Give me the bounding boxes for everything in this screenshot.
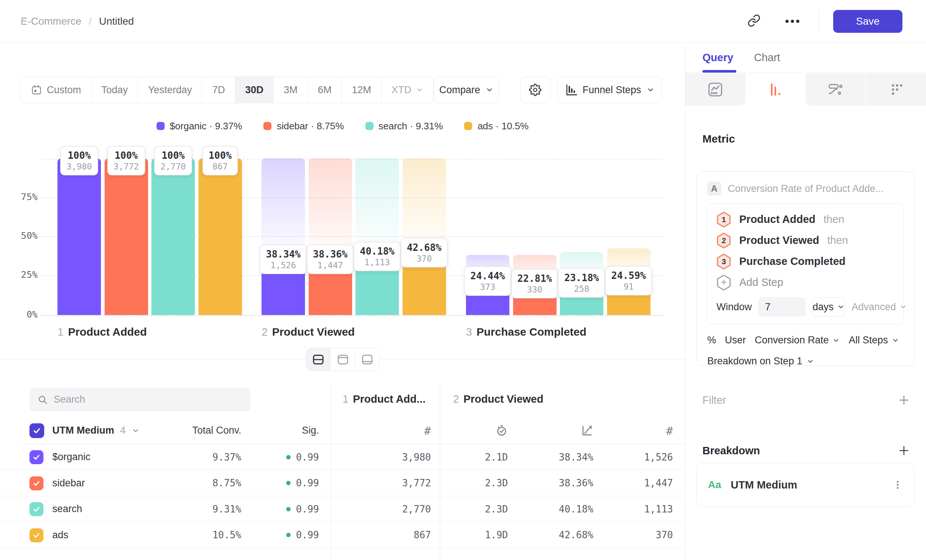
step-then-label: then xyxy=(824,213,844,226)
row-checkbox[interactable] xyxy=(29,450,44,464)
table-row-sidebar[interactable]: sidebar 8.75% 0.99 3,772 2.3D 38.36% 1,4… xyxy=(0,471,685,496)
table-row-ads[interactable]: ads 10.5% 0.99 867 1.9D 42.68% 370 xyxy=(0,522,685,548)
conversion-window-row: Window days Advanced xyxy=(716,297,895,316)
breakdown-on-label: Breakdown on Step 1 xyxy=(707,356,802,367)
bar-conversion-rate: 42.68% xyxy=(407,242,442,253)
save-button[interactable]: Save xyxy=(833,10,902,33)
kebab-menu-icon[interactable] xyxy=(892,479,903,490)
x-axis-step-label: 1 Product Added xyxy=(57,326,147,338)
series-badge: A xyxy=(707,182,721,196)
ellipsis-icon: ••• xyxy=(785,15,801,28)
column-avg-time-icon[interactable] xyxy=(495,417,508,444)
bar-$organic-step1[interactable] xyxy=(57,159,101,315)
insights-icon xyxy=(707,82,723,98)
add-breakdown-icon[interactable] xyxy=(898,445,910,457)
table-row-search[interactable]: search 9.31% 0.99 2,770 2.3D 40.18% 1,11… xyxy=(0,496,685,522)
breakdown-item[interactable]: Aa UTM Medium xyxy=(696,463,915,507)
layout-toggle-group xyxy=(306,348,380,371)
column-conv-rate-icon[interactable] xyxy=(581,417,593,444)
column-count-icon[interactable]: # xyxy=(666,417,673,444)
check-icon xyxy=(32,426,41,435)
entity-label[interactable]: User xyxy=(725,334,746,346)
tab-query[interactable]: Query xyxy=(702,43,733,73)
steps-scope-dropdown[interactable]: All Steps xyxy=(849,334,899,346)
check-icon xyxy=(32,453,41,461)
cell-step1-count: 3,772 xyxy=(402,471,431,496)
add-step-label: Add Step xyxy=(739,276,783,289)
layout-split-toggle[interactable] xyxy=(306,348,330,371)
advanced-toggle[interactable]: Advanced xyxy=(852,301,907,313)
tab-chart[interactable]: Chart xyxy=(754,43,780,73)
chevron-down-icon[interactable] xyxy=(132,427,139,435)
tab-flows[interactable] xyxy=(806,73,865,106)
tab-retention[interactable] xyxy=(865,73,926,106)
table-row-organic[interactable]: $organic 9.37% 0.99 3,980 2.1D 38.34% 1,… xyxy=(0,444,685,470)
group-step-label: Product Add... xyxy=(353,393,425,405)
add-step-button[interactable]: +Add Step xyxy=(716,272,895,293)
link-icon xyxy=(747,14,761,28)
row-checkbox[interactable] xyxy=(29,528,44,542)
copy-link-button[interactable] xyxy=(747,14,761,28)
bar-conversion-rate: 100% xyxy=(113,150,139,161)
cell-step1-count: 867 xyxy=(414,522,431,548)
row-checkbox[interactable] xyxy=(29,476,44,490)
row-segment-name: sidebar xyxy=(52,471,85,496)
chevron-down-icon xyxy=(899,303,907,310)
breadcrumb-project[interactable]: E-Commerce xyxy=(21,15,82,27)
select-all-checkbox[interactable] xyxy=(29,423,44,438)
cell-avg-time: 2.3D xyxy=(485,496,508,522)
metric-series-row[interactable]: A Conversion Rate of Product Adde... xyxy=(707,181,904,196)
chevron-down-icon xyxy=(806,358,814,365)
topbar-actions: ••• Save xyxy=(747,10,902,33)
svg-text:3: 3 xyxy=(722,257,726,266)
step-hexagon-icon: 2 xyxy=(716,233,731,249)
metric-card: A Conversion Rate of Product Adde... 1Pr… xyxy=(696,171,915,366)
funnel-icon xyxy=(767,82,784,98)
bar-conversion-rate: 100% xyxy=(66,150,92,161)
significance-dot-icon xyxy=(286,533,291,537)
breakdown-column-header[interactable]: UTM Medium xyxy=(52,425,114,436)
breadcrumb-report-name[interactable]: Untitled xyxy=(99,15,134,27)
breakdown-on-dropdown[interactable]: Breakdown on Step 1 xyxy=(707,356,904,367)
bar-search-step1[interactable] xyxy=(151,159,195,315)
query-step-3[interactable]: 3Purchase Completed xyxy=(716,251,895,272)
funnel-dropoff-area xyxy=(309,159,352,255)
column-total-conv[interactable]: Total Conv. xyxy=(192,417,241,444)
cell-total-conv: 10.5% xyxy=(213,522,241,548)
layout-chart-toggle[interactable] xyxy=(330,348,355,371)
table-view-icon xyxy=(361,353,374,366)
column-sig[interactable]: Sig. xyxy=(302,417,319,444)
bar-sidebar-step1[interactable] xyxy=(104,159,148,315)
y-axis-tick: 75% xyxy=(0,192,38,202)
significance-dot-icon xyxy=(286,455,291,459)
layout-table-toggle[interactable] xyxy=(355,348,380,371)
row-checkbox[interactable] xyxy=(29,502,44,516)
measure-row: % User Conversion Rate All Steps xyxy=(707,334,904,346)
series-title: Conversion Rate of Product Adde... xyxy=(728,183,884,195)
more-options-button[interactable]: ••• xyxy=(785,15,801,28)
bar-count: 867 xyxy=(209,161,232,172)
query-step-2[interactable]: 2Product Viewedthen xyxy=(716,230,895,251)
column-count-icon[interactable]: # xyxy=(424,417,431,444)
bar-value-chip: 100% 867 xyxy=(202,146,238,176)
bar-conversion-rate: 23.18% xyxy=(564,272,599,284)
bar-count: 3,772 xyxy=(113,161,139,172)
search-input[interactable] xyxy=(54,394,242,405)
window-unit-select[interactable]: days xyxy=(812,297,845,316)
query-step-1[interactable]: 1Product Addedthen xyxy=(716,209,895,230)
grid-dots-icon xyxy=(888,82,904,98)
chevron-down-icon xyxy=(892,337,899,344)
tab-funnels[interactable] xyxy=(746,73,806,106)
step-event-name: Purchase Completed xyxy=(739,255,845,268)
metric-type-dropdown[interactable]: Conversion Rate xyxy=(755,334,840,346)
window-value-input[interactable] xyxy=(758,297,806,316)
check-icon xyxy=(32,531,41,539)
table-search xyxy=(29,388,250,411)
bar-ads-step1[interactable] xyxy=(198,159,242,315)
cell-significance: 0.99 xyxy=(286,471,319,496)
cell-avg-time: 2.1D xyxy=(485,444,508,470)
tab-insights[interactable] xyxy=(685,73,746,106)
add-filter-icon[interactable] xyxy=(898,394,910,406)
step-number: 1 xyxy=(57,326,64,338)
group-step-number: 1 xyxy=(343,393,348,405)
